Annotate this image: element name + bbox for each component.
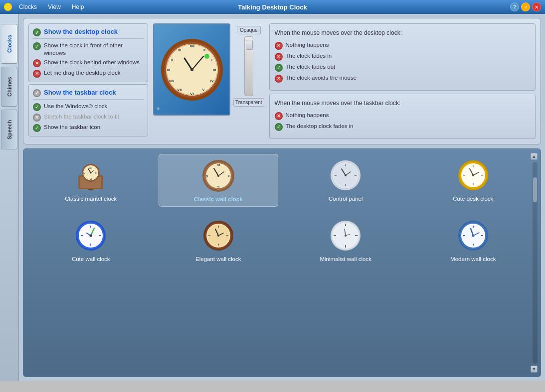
front-windows-checkbox[interactable]: ✓	[33, 42, 41, 50]
svg-text:VI: VI	[90, 177, 92, 180]
clock-grid: XII III VI IX Classic mantel clock	[31, 154, 533, 266]
svg-text:I: I	[211, 58, 212, 62]
clock-icon-modern-wall	[456, 218, 491, 253]
add-clock-icon[interactable]: +	[156, 105, 160, 113]
scroll-down-button[interactable]: ▼	[531, 366, 538, 373]
windows-clock-option[interactable]: ✓ Use the Windows® clock	[33, 103, 144, 111]
clock-item-modern-wall[interactable]: Modern wall clock	[413, 214, 534, 266]
clock-label-elegant-wall: Elegant wall clock	[195, 256, 241, 262]
behind-windows-option[interactable]: ✕ Show the clock behind other windows	[33, 59, 144, 67]
desktop-clock-title: Show the desktop clock	[44, 28, 118, 36]
help-button[interactable]: ?	[510, 2, 519, 11]
desktop-nothing-label: Nothing happens	[286, 41, 329, 49]
taskbar-desktop-fadein-label: The desktop clock fades in	[286, 123, 354, 130]
desktop-fadein-option[interactable]: ✕ The clock fades in	[275, 52, 530, 61]
clock-item-classic-mantel[interactable]: XII III VI IX Classic mantel clock	[31, 154, 151, 207]
taskbar-desktop-fadein-checkbox[interactable]: ✓	[275, 123, 283, 131]
titlebar: ⭐ Clocks View Help Talking Desktop Clock…	[0, 0, 545, 14]
svg-point-74	[90, 234, 92, 237]
menu-view[interactable]: View	[44, 3, 65, 10]
taskbar-icon-checkbox[interactable]: ✓	[33, 124, 41, 132]
clock-item-minimalist-wall[interactable]: Minimalist wall clock	[286, 214, 406, 266]
clock-label-classic-wall: Classic wall clock	[194, 196, 243, 202]
menu-clocks[interactable]: Clocks	[15, 3, 41, 10]
desktop-clock-checkbox[interactable]: ✓	[33, 28, 41, 36]
svg-text:XII: XII	[189, 44, 194, 48]
svg-text:VII: VII	[177, 88, 182, 92]
options-columns: ✓ Show the desktop clock ✓ Show the cloc…	[28, 23, 148, 139]
svg-point-19	[204, 54, 209, 59]
tab-chimes[interactable]: Chimes	[1, 67, 17, 107]
clock-item-classic-wall[interactable]: XII III VI IX Classic wall clock	[159, 154, 279, 207]
desktop-nothing-checkbox[interactable]: ✕	[275, 42, 283, 50]
svg-text:XI: XI	[178, 48, 181, 52]
clock-icon-cute-wall	[73, 218, 108, 253]
desktop-fadein-checkbox[interactable]: ✕	[275, 53, 283, 61]
minimize-button[interactable]: ↗	[521, 2, 530, 11]
drag-clock-option[interactable]: ✕ Let me drag the desktop clock	[33, 69, 144, 78]
windows-clock-label: Use the Windows® clock	[44, 103, 107, 110]
svg-text:XII: XII	[89, 166, 92, 169]
app-icon: ⭐	[4, 3, 12, 11]
svg-text:IX: IX	[83, 172, 86, 175]
opacity-slider-thumb[interactable]	[246, 40, 253, 50]
taskbar-nothing-option[interactable]: ✕ Nothing happens	[275, 112, 530, 120]
mouse-desktop-title: When the mouse moves over the desktop cl…	[275, 29, 530, 37]
mouse-taskbar-title: When the mouse moves over the taskbar cl…	[275, 99, 530, 108]
svg-text:V: V	[202, 88, 204, 92]
clock-label-modern-wall: Modern wall clock	[450, 256, 496, 262]
stretch-clock-checkbox[interactable]: ✕	[33, 114, 41, 122]
taskbar-icon-option[interactable]: ✓ Show the taskbar icon	[33, 124, 144, 132]
svg-point-52	[345, 174, 347, 176]
close-button[interactable]: ✕	[532, 2, 541, 11]
svg-point-41	[217, 175, 219, 177]
titlebar-controls: ? ↗ ✕	[510, 2, 541, 11]
taskbar-clock-checkbox[interactable]: ✓	[33, 89, 41, 97]
stretch-clock-option[interactable]: ✕ Stretch the taskbar clock to fit	[33, 113, 144, 122]
scroll-up-button[interactable]: ▲	[531, 153, 538, 160]
svg-point-30	[90, 172, 92, 173]
scrollbar-thumb[interactable]	[533, 177, 537, 202]
mouse-desktop-section: When the mouse moves over the desktop cl…	[269, 23, 536, 91]
clock-item-cute-wall[interactable]: Cute wall clock	[31, 214, 151, 266]
behind-windows-checkbox[interactable]: ✕	[33, 59, 41, 67]
clock-label-minimalist-wall: Minimalist wall clock	[320, 256, 371, 262]
opaque-label: Opaque	[237, 26, 261, 34]
taskbar-desktop-fadein-option[interactable]: ✓ The desktop clock fades in	[275, 123, 530, 131]
front-windows-option[interactable]: ✓ Show the clock in front of other windo…	[33, 42, 144, 57]
preview-clock-svg: XII III VI IX II IV V VII VIII XI X	[160, 37, 224, 102]
clock-item-cute-desk[interactable]: Cute desk clock	[413, 154, 534, 207]
desktop-avoid-checkbox[interactable]: ✕	[275, 75, 283, 83]
windows-clock-checkbox[interactable]: ✓	[33, 103, 41, 111]
clock-icon-elegant-wall	[201, 218, 236, 253]
tab-clocks[interactable]: Clocks	[1, 24, 17, 64]
drag-clock-checkbox[interactable]: ✕	[33, 70, 41, 78]
clock-item-elegant-wall[interactable]: Elegant wall clock	[159, 214, 279, 266]
desktop-avoid-option[interactable]: ✕ The clock avoids the mouse	[275, 74, 530, 83]
clock-preview-container: XII III VI IX II IV V VII VIII XI X	[153, 23, 230, 116]
opacity-slider-track[interactable]	[244, 36, 253, 96]
scrollbar-track	[533, 162, 538, 364]
svg-text:VI: VI	[217, 185, 219, 188]
clock-icon-minimalist-wall	[328, 218, 363, 253]
desktop-fadeout-option[interactable]: ✓ The clock fades out	[275, 63, 530, 72]
svg-text:IX: IX	[205, 175, 208, 178]
desktop-fadeout-checkbox[interactable]: ✓	[275, 64, 283, 72]
main-container: Clocks Chimes Speech ✓ Show the desktop …	[0, 14, 545, 381]
sidebar-tabs: Clocks Chimes Speech	[0, 14, 19, 381]
stretch-clock-label: Stretch the taskbar clock to fit	[44, 113, 119, 121]
taskbar-nothing-checkbox[interactable]: ✕	[275, 112, 283, 120]
svg-text:II: II	[203, 48, 205, 52]
desktop-avoid-label: The clock avoids the mouse	[286, 74, 357, 82]
clock-label-cute-desk: Cute desk clock	[453, 196, 493, 202]
taskbar-clock-section: ✓ Show the taskbar clock ✓ Use the Windo…	[28, 84, 148, 136]
desktop-clock-header[interactable]: ✓ Show the desktop clock	[33, 28, 144, 39]
taskbar-clock-header[interactable]: ✓ Show the taskbar clock	[33, 89, 144, 100]
menu-help[interactable]: Help	[68, 3, 88, 10]
bottom-panel: XII III VI IX Classic mantel clock	[23, 148, 541, 377]
tab-speech[interactable]: Speech	[1, 110, 17, 149]
clock-label-control-panel: Control panel	[329, 196, 363, 202]
clock-item-control-panel[interactable]: Control panel	[286, 154, 406, 207]
desktop-nothing-option[interactable]: ✕ Nothing happens	[275, 41, 530, 50]
svg-text:III: III	[95, 172, 97, 175]
